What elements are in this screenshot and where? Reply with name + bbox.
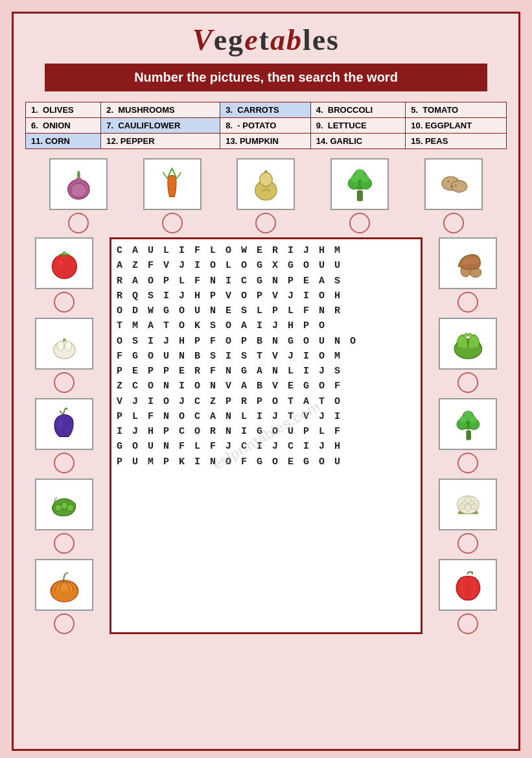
word-cell: 12. PEPPER	[101, 134, 220, 149]
word-cell: 13. PUMPKIN	[220, 134, 310, 149]
page-title: Vegetables	[25, 23, 507, 57]
word-cell: 11. CORN	[26, 134, 101, 149]
word-cell: 14. GARLIC	[310, 134, 406, 149]
svg-point-15	[356, 169, 364, 177]
svg-point-46	[459, 503, 465, 509]
veg-img-onion	[49, 158, 108, 210]
svg-point-29	[67, 504, 74, 511]
svg-point-7	[260, 172, 273, 186]
veg-item-broccoli-r	[429, 398, 507, 473]
svg-point-24	[57, 340, 64, 350]
circle-num[interactable]	[457, 453, 478, 473]
veg-img-eggplant	[35, 398, 93, 450]
veg-item-lettuce	[429, 318, 507, 393]
word-cell: 15. PEAS	[406, 134, 507, 149]
main-container: Vegetables Number the pictures, then sea…	[12, 12, 520, 751]
circle-num[interactable]	[54, 613, 75, 634]
circle-num[interactable]	[457, 372, 478, 393]
word-cell: 8. - POTATO	[220, 118, 310, 134]
veg-img-lettuce	[439, 318, 497, 370]
veg-img-pepper	[439, 559, 497, 611]
word-cell: 7. CAULIFLOWER	[101, 118, 220, 134]
circle-num[interactable]	[54, 533, 75, 554]
svg-rect-34	[466, 430, 471, 440]
circle-num[interactable]	[349, 213, 370, 233]
veg-item-tomato	[25, 237, 103, 313]
veg-item-pepper	[429, 559, 507, 634]
veg-img-carrots	[143, 158, 202, 210]
subtitle: Number the pictures, then search the wor…	[45, 64, 487, 91]
svg-point-25	[65, 340, 72, 350]
svg-point-2	[76, 177, 82, 181]
veg-img-cauliflower-r	[439, 479, 497, 530]
veg-item-garlic-white	[25, 318, 103, 393]
veg-item-mushrooms	[429, 237, 507, 313]
word-cell: 2. MUSHROOMS	[101, 102, 220, 118]
veg-img-broccoli	[330, 158, 389, 210]
veg-img-mushrooms	[439, 237, 497, 289]
word-cell: 6. ONION	[26, 118, 101, 134]
veg-img-garlic	[237, 158, 295, 210]
circle-num[interactable]	[54, 292, 75, 313]
veg-img-broccoli-r	[439, 398, 497, 450]
veg-item-broccoli	[330, 158, 389, 233]
veg-item-eggplant	[25, 398, 103, 473]
veg-img-potato	[424, 158, 483, 210]
word-cell: 1. OLIVES	[26, 102, 101, 118]
word-search-grid: C A U L I F L O W E R I J H M A Z F V J …	[117, 243, 415, 469]
svg-point-26	[58, 419, 63, 429]
svg-point-48	[465, 504, 472, 511]
word-cell: 3. CARROTS	[220, 102, 310, 118]
svg-point-18	[448, 180, 450, 182]
veg-img-tomato	[35, 237, 93, 289]
svg-point-19	[455, 184, 457, 186]
veg-item-pumpkin	[25, 559, 103, 634]
svg-point-22	[58, 259, 64, 267]
circle-num[interactable]	[443, 213, 464, 233]
word-list-table: 1. OLIVES 2. MUSHROOMS 3. CARROTS 4. BRO…	[25, 102, 507, 149]
word-cell: 4. BROCCOLI	[310, 102, 406, 118]
veg-img-pumpkin	[35, 559, 93, 611]
svg-point-47	[471, 503, 477, 509]
veg-item-garlic	[237, 158, 295, 233]
veg-item-cauliflower-r	[429, 479, 507, 554]
svg-point-20	[452, 185, 454, 187]
circle-num[interactable]	[457, 533, 478, 554]
veg-img-peas	[35, 479, 93, 530]
veg-item-peas	[25, 479, 103, 554]
svg-point-41	[465, 410, 472, 418]
left-column	[25, 237, 103, 634]
veg-item-carrots	[143, 158, 202, 233]
veg-img-garlic-white	[35, 318, 93, 370]
word-cell: 5. TOMATO	[406, 102, 507, 118]
veg-item-onion	[49, 158, 108, 233]
svg-rect-8	[357, 190, 363, 201]
svg-point-40	[469, 416, 476, 423]
word-cell: 9. LETTUCE	[310, 118, 406, 134]
right-column	[429, 237, 507, 634]
word-cell: 10. EGGPLANT	[406, 118, 507, 134]
circle-num[interactable]	[68, 213, 89, 233]
svg-point-17	[452, 180, 467, 192]
svg-point-39	[459, 416, 467, 423]
circle-num[interactable]	[162, 213, 183, 233]
svg-point-23	[53, 340, 75, 358]
top-image-row	[25, 158, 507, 233]
veg-item-potato	[424, 158, 483, 233]
circle-num[interactable]	[54, 372, 75, 393]
circle-num[interactable]	[255, 213, 276, 233]
circle-num[interactable]	[457, 613, 478, 634]
word-search-container: eslprintables.com C A U L I F L O W E R …	[110, 237, 422, 634]
svg-point-1	[71, 183, 86, 196]
middle-section: eslprintables.com C A U L I F L O W E R …	[25, 237, 507, 634]
circle-num[interactable]	[457, 292, 478, 313]
circle-num[interactable]	[54, 453, 75, 473]
svg-point-45	[465, 496, 472, 503]
